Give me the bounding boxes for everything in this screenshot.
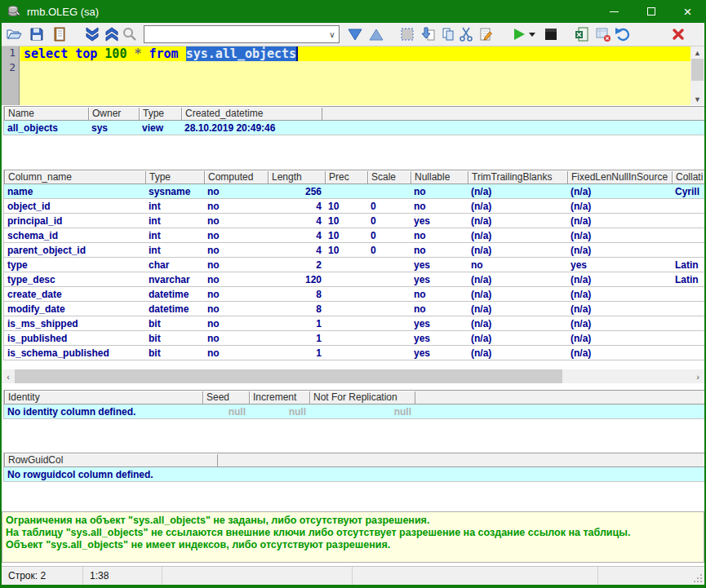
table-cell[interactable]: no bbox=[204, 199, 268, 213]
table-cell[interactable]: 10 bbox=[325, 243, 367, 257]
table-row[interactable]: is_ms_shippedbitno1yes(n/a)(n/a) bbox=[4, 316, 706, 331]
table-cell[interactable] bbox=[672, 346, 706, 360]
table-cell[interactable]: yes bbox=[411, 272, 468, 286]
table-cell[interactable]: (n/a) bbox=[567, 331, 672, 345]
table-cell[interactable] bbox=[367, 287, 411, 301]
table-cell[interactable]: (n/a) bbox=[468, 214, 567, 228]
double-chevron-down-button[interactable] bbox=[83, 24, 101, 44]
column-header[interactable]: Identity bbox=[5, 391, 203, 404]
table-cell[interactable]: no bbox=[411, 199, 468, 213]
table-cell[interactable]: (n/a) bbox=[468, 228, 567, 242]
scrollbar-thumb[interactable] bbox=[691, 59, 704, 81]
column-header[interactable]: Seed bbox=[203, 391, 250, 404]
table-cell[interactable]: no bbox=[204, 346, 268, 360]
code-line[interactable] bbox=[20, 61, 690, 76]
sql-editor[interactable]: 12 select top 100 * from sys.all_objects… bbox=[2, 46, 704, 105]
save-button[interactable] bbox=[28, 24, 46, 44]
table-row[interactable]: No rowguidcol column defined. bbox=[4, 467, 705, 482]
column-header[interactable]: Not For Replication bbox=[310, 391, 415, 404]
table-cell[interactable] bbox=[672, 287, 706, 301]
table-cell[interactable]: yes bbox=[411, 346, 468, 360]
table-cell[interactable]: (n/a) bbox=[567, 272, 672, 286]
column-header[interactable]: Increment bbox=[250, 391, 310, 404]
table-cell[interactable]: 1 bbox=[268, 346, 325, 360]
table-cell[interactable]: 1 bbox=[268, 331, 325, 345]
table-cell[interactable]: int bbox=[145, 199, 204, 213]
table-cell[interactable]: no bbox=[411, 302, 468, 316]
table-row[interactable]: namesysnameno256no(n/a)(n/a)Cyrill bbox=[4, 184, 706, 199]
table-row[interactable]: No identity column defined.nullnullnull bbox=[4, 405, 705, 419]
table-cell[interactable]: sysname bbox=[145, 184, 204, 198]
table-cell[interactable] bbox=[367, 258, 411, 272]
table-cell[interactable] bbox=[672, 316, 706, 330]
table-cell[interactable]: (n/a) bbox=[567, 184, 672, 198]
edit-button[interactable] bbox=[477, 24, 495, 44]
table-cell[interactable] bbox=[672, 243, 706, 257]
code-line[interactable]: select top 100 * from sys.all_objects bbox=[20, 46, 690, 61]
filter-down-button[interactable] bbox=[346, 24, 364, 44]
maximize-button[interactable] bbox=[633, 0, 669, 23]
table-cell[interactable]: 10 bbox=[325, 214, 367, 228]
table-cell[interactable]: 120 bbox=[268, 272, 325, 286]
close-query-button[interactable] bbox=[669, 24, 687, 44]
table-cell[interactable] bbox=[325, 272, 367, 286]
table-cell[interactable]: (n/a) bbox=[468, 184, 567, 198]
minimize-button[interactable] bbox=[596, 0, 633, 23]
table-cell[interactable]: yes bbox=[411, 316, 468, 330]
table-cell[interactable]: modify_date bbox=[4, 302, 145, 316]
table-row[interactable]: schema_idintno4100no(n/a)(n/a) bbox=[4, 228, 706, 243]
table-cell[interactable]: type_desc bbox=[4, 272, 145, 286]
table-cell[interactable]: 256 bbox=[268, 184, 325, 198]
table-cell[interactable] bbox=[367, 272, 411, 286]
table-cell[interactable]: null bbox=[249, 405, 309, 418]
resize-grip[interactable] bbox=[693, 573, 703, 583]
column-header[interactable]: TrimTrailingBlanks bbox=[468, 170, 568, 183]
column-header[interactable]: Length bbox=[269, 170, 326, 183]
select-block-button[interactable] bbox=[398, 24, 416, 44]
table-cell[interactable]: bit bbox=[145, 346, 204, 360]
script-log-button[interactable] bbox=[51, 24, 69, 44]
table-row[interactable]: type_descnvarcharno120yes(n/a)(n/a)Latin bbox=[4, 272, 706, 287]
table-cell[interactable]: 10 bbox=[325, 228, 367, 242]
table-cell[interactable]: object_id bbox=[4, 199, 145, 213]
column-header[interactable]: Created_datetime bbox=[182, 107, 322, 120]
table-cell[interactable]: (n/a) bbox=[567, 346, 672, 360]
clear-results-button[interactable] bbox=[594, 24, 612, 44]
table-cell[interactable]: view bbox=[139, 121, 181, 135]
table-cell[interactable]: 28.10.2019 20:49:46 bbox=[181, 121, 322, 135]
table-cell[interactable] bbox=[672, 199, 706, 213]
table-cell[interactable]: schema_id bbox=[4, 228, 145, 242]
table-cell[interactable]: yes bbox=[411, 331, 468, 345]
table-cell[interactable]: no bbox=[468, 258, 567, 272]
column-header[interactable]: Collati bbox=[673, 170, 706, 183]
table-cell[interactable]: (n/a) bbox=[468, 272, 567, 286]
scroll-left-arrow[interactable]: ‹ bbox=[2, 369, 15, 383]
table-cell[interactable]: no bbox=[204, 258, 268, 272]
table-cell[interactable]: Latin bbox=[672, 272, 706, 286]
table-cell[interactable]: 0 bbox=[367, 243, 411, 257]
close-button[interactable]: × bbox=[669, 0, 706, 23]
table-cell[interactable]: 0 bbox=[367, 228, 411, 242]
table-cell[interactable]: 10 bbox=[325, 199, 367, 213]
table-cell[interactable] bbox=[672, 331, 706, 345]
table-row[interactable]: create_datedatetimeno8no(n/a)(n/a) bbox=[4, 287, 706, 302]
run-button[interactable] bbox=[509, 24, 537, 44]
table-cell[interactable]: no bbox=[204, 228, 268, 242]
table-cell[interactable]: (n/a) bbox=[468, 331, 567, 345]
undo-button[interactable] bbox=[614, 24, 632, 44]
table-cell[interactable]: yes bbox=[567, 258, 672, 272]
table-cell[interactable]: no bbox=[204, 287, 268, 301]
double-chevron-up-button[interactable] bbox=[103, 24, 121, 44]
filter-up-button[interactable] bbox=[367, 24, 385, 44]
table-cell[interactable]: no bbox=[204, 214, 268, 228]
table-cell[interactable]: (n/a) bbox=[567, 228, 672, 242]
table-cell[interactable]: bit bbox=[145, 331, 204, 345]
search-combobox[interactable]: ∨ bbox=[144, 25, 340, 43]
table-row[interactable]: parent_object_idintno4100no(n/a)(n/a) bbox=[4, 243, 706, 258]
table-cell[interactable]: type bbox=[4, 258, 145, 272]
table-cell[interactable]: parent_object_id bbox=[4, 243, 145, 257]
table-cell[interactable]: 2 bbox=[268, 258, 325, 272]
grid-horizontal-scrollbar[interactable]: ‹ › bbox=[2, 369, 704, 383]
table-cell[interactable]: (n/a) bbox=[468, 302, 567, 316]
table-row[interactable]: object_idintno4100no(n/a)(n/a) bbox=[4, 199, 706, 214]
